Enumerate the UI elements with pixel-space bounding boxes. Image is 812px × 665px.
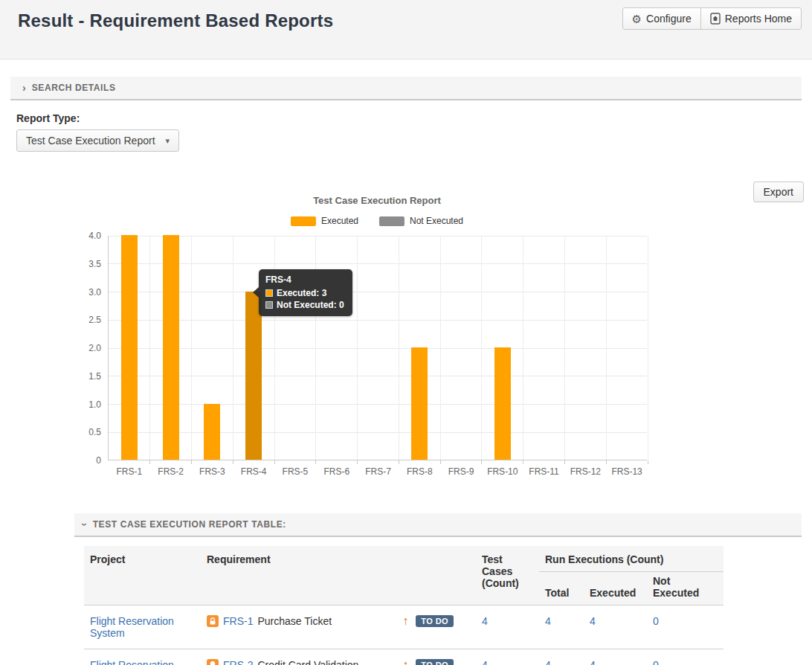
reports-home-button-label: Reports Home [725, 13, 792, 25]
total-link[interactable]: 4 [545, 615, 551, 627]
x-axis-tick [399, 460, 399, 464]
legend-item[interactable]: Executed [291, 216, 358, 226]
gridline [191, 236, 192, 460]
report-home-icon [710, 13, 721, 25]
legend-swatch [291, 216, 316, 226]
report-table-body: Flight Reservation SystemFRS-1Purchase T… [84, 605, 724, 665]
bar-FRS-3[interactable] [204, 404, 220, 460]
x-axis-category-label: FRS-2 [158, 466, 184, 477]
not-executed-link[interactable]: 0 [653, 659, 659, 665]
search-details-label: SEARCH DETAILS [32, 83, 116, 93]
project-link[interactable]: Flight Reservation System [90, 659, 174, 665]
legend-item[interactable]: Not Executed [379, 216, 463, 226]
x-axis-tick [523, 460, 523, 464]
gridline [648, 236, 648, 460]
col-header-total: Total [539, 572, 584, 605]
y-axis-tick-label: 0.5 [70, 427, 101, 437]
tooltip-swatch [265, 301, 273, 309]
x-axis-tick [315, 460, 316, 464]
col-header-not-executed: Not Executed [647, 572, 724, 605]
not-executed-link[interactable]: 0 [653, 615, 659, 627]
chevron-right-icon: › [22, 83, 26, 93]
table-row: Flight Reservation SystemFRS-1Purchase T… [84, 605, 724, 649]
requirement-key-link[interactable]: FRS-2 [223, 659, 253, 665]
bar-FRS-1[interactable] [121, 235, 138, 460]
x-axis-category-label: FRS-7 [365, 466, 391, 477]
bar-FRS-4[interactable] [245, 292, 262, 460]
gridline [109, 236, 647, 237]
page-header: Result - Requirement Based Reports ⚙ Con… [0, 0, 812, 60]
x-axis-category-label: FRS-6 [323, 466, 349, 477]
gridline [606, 236, 607, 460]
gridline [399, 236, 399, 460]
gridline [233, 236, 233, 460]
x-axis-category-label: FRS-12 [570, 466, 601, 477]
chart-tooltip: FRS-4Executed: 3Not Executed: 0 [259, 269, 352, 316]
report-type-selected-value: Test Case Execution Report [26, 135, 155, 147]
executed-link[interactable]: 4 [590, 615, 596, 627]
x-axis-tick [357, 460, 358, 464]
search-details-toggle[interactable]: › SEARCH DETAILS [10, 77, 802, 100]
bar-FRS-8[interactable] [411, 347, 428, 460]
header-button-group: ⚙ Configure Reports Home [622, 7, 802, 30]
total-link[interactable]: 4 [545, 659, 551, 665]
chart-region: Export Test Case Execution Report Execut… [0, 152, 812, 486]
x-axis-category-label: FRS-11 [529, 466, 558, 477]
bar-FRS-2[interactable] [163, 235, 179, 460]
gridline [564, 236, 565, 460]
x-axis-category-label: FRS-1 [117, 466, 143, 477]
chevron-down-icon: › [80, 523, 90, 527]
executed-link[interactable]: 4 [590, 659, 596, 665]
gridline [440, 236, 441, 460]
table-section-toggle[interactable]: › TEST CASE EXECUTION REPORT TABLE: [74, 513, 802, 537]
requirement-summary: Purchase Ticket [257, 615, 332, 627]
configure-button[interactable]: ⚙ Configure [622, 7, 701, 30]
x-axis-category-label: FRS-8 [407, 466, 433, 477]
tooltip-arrow [253, 287, 259, 298]
bar-FRS-10[interactable] [494, 347, 511, 460]
col-header-project: Project [84, 546, 201, 605]
project-link[interactable]: Flight Reservation System [90, 615, 174, 639]
reports-home-button[interactable]: Reports Home [700, 7, 802, 30]
tooltip-title: FRS-4 [265, 274, 344, 285]
col-header-test-cases: Test Cases (Count) [476, 546, 539, 605]
y-axis-tick-label: 0 [70, 455, 101, 466]
test-cases-count-link[interactable]: 4 [482, 615, 488, 627]
table-row: Flight Reservation SystemFRS-2Credit Car… [84, 649, 724, 665]
table-section-label: TEST CASE EXECUTION REPORT TABLE: [93, 519, 286, 530]
gridline [109, 404, 647, 405]
x-axis-category-label: FRS-3 [199, 466, 225, 477]
x-axis-tick [564, 460, 565, 464]
gridline [109, 320, 647, 321]
col-header-executed: Executed [584, 572, 647, 605]
y-axis-tick-label: 2.5 [70, 315, 101, 325]
x-axis-tick [149, 460, 150, 464]
x-axis-tick [440, 460, 441, 464]
tooltip-row-text: Not Executed: 0 [277, 300, 344, 310]
tooltip-row: Not Executed: 0 [265, 300, 344, 310]
tooltip-row-text: Executed: 3 [277, 288, 326, 298]
y-axis-tick-label: 1.5 [70, 371, 101, 382]
requirement-type-bulb-icon [207, 659, 219, 665]
status-badge: TO DO [416, 615, 454, 627]
gridline [109, 348, 647, 349]
x-axis-category-label: FRS-4 [241, 466, 267, 477]
gear-icon: ⚙ [632, 13, 642, 25]
chart-title: Test Case Execution Report [313, 195, 441, 206]
chevron-down-icon: ▾ [166, 136, 170, 146]
test-cases-count-link[interactable]: 4 [482, 659, 488, 665]
gridline [149, 236, 150, 460]
requirement-summary: Credit Card Validation [257, 659, 358, 665]
gridline [109, 263, 647, 264]
x-axis-category-label: FRS-13 [611, 466, 642, 477]
y-axis-tick-label: 1.0 [70, 399, 101, 410]
requirement-key-link[interactable]: FRS-1 [223, 615, 253, 627]
report-type-dropdown[interactable]: Test Case Execution Report ▾ [16, 129, 179, 152]
tooltip-row: Executed: 3 [265, 288, 344, 298]
requirement-cell: FRS-1Purchase Ticket↑TO DO [207, 615, 470, 627]
export-button[interactable]: Export [753, 181, 804, 202]
gridline [109, 376, 647, 376]
priority-high-icon: ↑ [402, 659, 408, 665]
legend-label: Executed [321, 216, 358, 226]
col-header-run-executions: Run Executions (Count) [539, 546, 724, 572]
